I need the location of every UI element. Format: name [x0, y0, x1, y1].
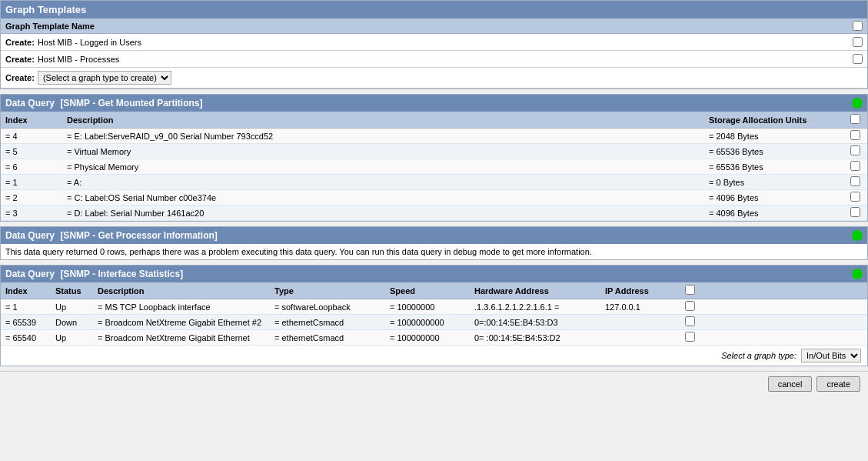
- mp-index-2: = 6: [5, 162, 67, 172]
- is-desc-1: = Broadcom NetXtreme Gigabit Ethernet #2: [98, 318, 274, 327]
- mp-row-4: = 2 = C: Label:OS Serial Number c00e374e…: [1, 190, 867, 205]
- mp-desc-0: = E: Label:ServeRAID_v9_00 Serial Number…: [67, 132, 709, 141]
- is-index-0: = 1: [5, 302, 55, 312]
- mp-storage-2: = 65536 Bytes: [709, 162, 847, 172]
- processor-info-header: Data Query [SNMP - Get Processor Informa…: [1, 227, 867, 244]
- is-desc-0: = MS TCP Loopback interface: [98, 302, 274, 312]
- is-status-2: Up: [55, 333, 98, 342]
- is-index-2: = 65540: [5, 333, 55, 342]
- mp-check-2[interactable]: [850, 161, 860, 171]
- is-index-1: = 65539: [5, 318, 55, 327]
- pi-status-dot: [852, 230, 863, 241]
- interface-stats-section: Data Query [SNMP - Interface Statistics]…: [0, 265, 868, 366]
- footer-bar: cancel create: [0, 371, 868, 396]
- mp-index-1: = 5: [5, 147, 67, 156]
- interface-stats-header: Data Query [SNMP - Interface Statistics]: [1, 266, 867, 282]
- graph-template-value-2: Host MIB - Processes: [38, 55, 853, 64]
- is-col-headers: Index Status Description Type Speed Hard…: [1, 282, 867, 299]
- is-row-0: = 1 Up = MS TCP Loopback interface = sof…: [1, 299, 867, 315]
- mp-desc-4: = C: Label:OS Serial Number c00e374e: [67, 193, 709, 202]
- is-check-2[interactable]: [685, 332, 695, 342]
- mp-index-4: = 2: [5, 193, 67, 202]
- graph-template-select-all[interactable]: [853, 21, 863, 31]
- is-col-hw: Hardware Address: [474, 286, 605, 296]
- is-graph-type-select[interactable]: In/Out Bits: [801, 349, 861, 362]
- mp-index-3: = 1: [5, 178, 67, 187]
- is-col-status: Status: [55, 286, 98, 296]
- processor-info-text: This data query returned 0 rows, perhaps…: [1, 244, 867, 259]
- is-type-2: = ethernetCsmacd: [274, 333, 390, 342]
- is-speed-1: = 1000000000: [390, 318, 474, 327]
- is-col-type: Type: [274, 286, 390, 296]
- mp-row-1: = 5 = Virtual Memory = 65536 Bytes: [1, 144, 867, 159]
- mp-col-desc: Description: [67, 115, 709, 125]
- mp-index-0: = 4: [5, 132, 67, 141]
- mp-status-dot: [852, 98, 863, 109]
- graph-template-name-col: Graph Template Name: [5, 22, 853, 31]
- is-desc-2: = Broadcom NetXtreme Gigabit Ethernet: [98, 333, 274, 342]
- graph-type-select-top[interactable]: (Select a graph type to create): [38, 71, 171, 85]
- graph-templates-title: Graph Templates: [5, 4, 86, 15]
- graph-template-value-1: Host MIB - Logged in Users: [38, 38, 853, 47]
- graph-template-create-row: Create: (Select a graph type to create): [1, 68, 867, 89]
- graph-template-check-1[interactable]: [853, 37, 863, 47]
- is-status-1: Down: [55, 318, 98, 327]
- is-select-all[interactable]: [685, 285, 695, 295]
- is-col-index: Index: [5, 286, 55, 296]
- cancel-button[interactable]: cancel: [768, 376, 813, 392]
- mp-row-0: = 4 = E: Label:ServeRAID_v9_00 Serial Nu…: [1, 129, 867, 144]
- mp-desc-3: = A:: [67, 178, 709, 187]
- create-button[interactable]: create: [816, 376, 860, 392]
- pi-title-bracket: [SNMP - Get Processor Information]: [60, 230, 217, 241]
- is-check-1[interactable]: [685, 316, 695, 326]
- is-col-speed: Speed: [390, 286, 474, 296]
- mp-row-2: = 6 = Physical Memory = 65536 Bytes: [1, 159, 867, 175]
- is-status-0: Up: [55, 302, 98, 312]
- graph-template-col-header: Graph Template Name: [1, 18, 867, 34]
- mp-title-bracket: [SNMP - Get Mounted Partitions]: [60, 98, 202, 109]
- mp-desc-1: = Virtual Memory: [67, 147, 709, 156]
- is-ip-0: 127.0.0.1: [605, 302, 682, 312]
- is-graph-type-row: Select a graph type: In/Out Bits: [1, 346, 867, 366]
- is-hw-2: 0= :00:14:5E:B4:53:D2: [474, 333, 605, 342]
- is-check-0[interactable]: [685, 301, 695, 311]
- mp-col-check: [847, 114, 863, 125]
- graph-templates-section: Graph Templates Graph Template Name Crea…: [0, 0, 868, 89]
- mp-col-index: Index: [5, 115, 67, 125]
- mp-row-5: = 3 = D: Label: Serial Number 1461ac20 =…: [1, 205, 867, 221]
- mp-select-all[interactable]: [850, 114, 860, 124]
- processor-info-section: Data Query [SNMP - Get Processor Informa…: [0, 226, 868, 260]
- mp-check-1[interactable]: [850, 145, 860, 155]
- is-graph-type-label: Select a graph type:: [721, 351, 796, 360]
- mp-index-5: = 3: [5, 209, 67, 218]
- is-row-2: = 65540 Up = Broadcom NetXtreme Gigabit …: [1, 330, 867, 346]
- mp-check-5[interactable]: [850, 207, 860, 217]
- mp-desc-5: = D: Label: Serial Number 1461ac20: [67, 209, 709, 218]
- mp-storage-3: = 0 Bytes: [709, 178, 847, 187]
- create-label-2: Create:: [5, 55, 35, 64]
- mp-storage-0: = 2048 Bytes: [709, 132, 847, 141]
- is-row-1: = 65539 Down = Broadcom NetXtreme Gigabi…: [1, 315, 867, 330]
- mp-check-0[interactable]: [850, 130, 860, 140]
- is-type-0: = softwareLoopback: [274, 302, 390, 312]
- graph-template-check-2[interactable]: [853, 54, 863, 64]
- mp-col-storage: Storage Allocation Units: [709, 115, 847, 125]
- is-title-bracket: [SNMP - Interface Statistics]: [60, 269, 183, 279]
- graph-templates-header: Graph Templates: [1, 1, 867, 18]
- graph-template-row-1: Create: Host MIB - Logged in Users: [1, 34, 867, 51]
- is-col-ip: IP Address: [605, 286, 682, 296]
- is-type-1: = ethernetCsmacd: [274, 318, 390, 327]
- mp-check-3[interactable]: [850, 176, 860, 186]
- mp-row-3: = 1 = A: = 0 Bytes: [1, 175, 867, 190]
- is-hw-1: 0=:00:14:5E:B4:53:D3: [474, 318, 605, 327]
- mounted-partitions-header: Data Query [SNMP - Get Mounted Partition…: [1, 95, 867, 112]
- mp-title: Data Query: [5, 98, 55, 109]
- mounted-partitions-section: Data Query [SNMP - Get Mounted Partition…: [0, 94, 868, 222]
- mp-storage-4: = 4096 Bytes: [709, 193, 847, 202]
- mp-storage-1: = 65536 Bytes: [709, 147, 847, 156]
- pi-title: Data Query: [5, 230, 55, 241]
- mp-storage-5: = 4096 Bytes: [709, 209, 847, 218]
- mp-col-headers: Index Description Storage Allocation Uni…: [1, 112, 867, 129]
- create-label-select: Create:: [5, 73, 35, 82]
- mp-check-4[interactable]: [850, 192, 860, 202]
